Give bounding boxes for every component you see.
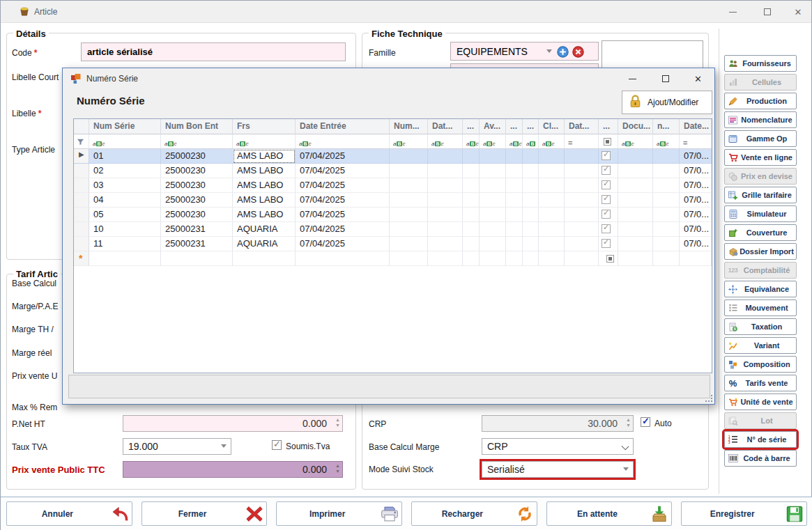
- sidebar-item-couverture[interactable]: Couverture: [724, 224, 797, 241]
- grid-row[interactable]: 0225000230AMS LABO07/04/2025✓07/0...: [74, 164, 712, 178]
- new-row-indicator[interactable]: *: [74, 251, 89, 266]
- grid-cell[interactable]: [523, 149, 539, 164]
- grid-cell[interactable]: 07/0...: [680, 164, 712, 178]
- grid-cell[interactable]: [653, 222, 680, 237]
- grid-cell[interactable]: [565, 149, 599, 164]
- grid-cell[interactable]: AMS LABO: [233, 193, 296, 208]
- grid-column-header[interactable]: ...: [463, 119, 480, 134]
- grid-cell[interactable]: [428, 149, 463, 164]
- code-field[interactable]: article sérialisé: [81, 42, 346, 61]
- grid-cell[interactable]: 25000230: [161, 178, 233, 193]
- ttc-field[interactable]: 0.000 ▲▼: [123, 461, 343, 478]
- grid-cell[interactable]: 02: [89, 164, 161, 178]
- grid-column-header[interactable]: Num...: [390, 119, 428, 134]
- grid-column-header[interactable]: n...: [653, 119, 680, 134]
- crp-field[interactable]: 30.000 ▲▼: [482, 415, 634, 432]
- sidebar-item-tarifs-vente[interactable]: %Tarifs vente: [724, 375, 797, 391]
- grid-cell[interactable]: [618, 222, 653, 237]
- grid-filter-cell[interactable]: aBc: [463, 134, 480, 149]
- grid-cell[interactable]: [296, 251, 390, 266]
- grid-cell[interactable]: AQUARIA: [233, 237, 296, 251]
- grid-cell[interactable]: [161, 251, 233, 266]
- grid-cell[interactable]: [506, 237, 523, 251]
- grid-row[interactable]: 0325000230AMS LABO07/04/2025✓07/0...: [74, 178, 712, 193]
- grid-cell[interactable]: ✓: [599, 208, 618, 222]
- grid-cell[interactable]: [463, 237, 480, 251]
- grid-filter-cell[interactable]: aBc: [480, 134, 506, 149]
- grid-cell[interactable]: [428, 193, 463, 208]
- close-button[interactable]: ✕: [784, 1, 812, 23]
- sidebar-item-simulateur[interactable]: Simulateur: [724, 205, 797, 222]
- grid-cell[interactable]: [618, 164, 653, 178]
- grid-column-header[interactable]: Num Bon Ent: [161, 119, 233, 134]
- grid-cell[interactable]: [653, 208, 680, 222]
- imprimer-button[interactable]: Imprimer: [276, 501, 402, 526]
- chevron-down-icon[interactable]: [546, 49, 552, 53]
- grid-cell[interactable]: [506, 208, 523, 222]
- grid-filter-cell[interactable]: aBc: [390, 134, 428, 149]
- grid-cell[interactable]: [539, 237, 565, 251]
- grid-cell[interactable]: [480, 251, 506, 266]
- grid-cell[interactable]: [599, 251, 618, 266]
- grid-column-header[interactable]: ...: [506, 119, 523, 134]
- sidebar-item-gamme-op[interactable]: Gamme Op: [724, 130, 797, 147]
- grid-cell[interactable]: [506, 164, 523, 178]
- grid-cell[interactable]: [539, 251, 565, 266]
- grid-cell[interactable]: [539, 193, 565, 208]
- grid-column-header[interactable]: Date...: [680, 119, 712, 134]
- grid-row[interactable]: 0425000230AMS LABO07/04/2025✓07/0...: [74, 193, 712, 208]
- grid-cell[interactable]: 07/04/2025: [296, 193, 390, 208]
- grid-cell[interactable]: 07/0...: [680, 208, 712, 222]
- grid-cell[interactable]: [463, 178, 480, 193]
- sidebar-item-no-de-serie[interactable]: 123N° de série: [724, 431, 797, 448]
- base-calcul-marge-dropdown[interactable]: CRP: [482, 438, 634, 455]
- grid-cell[interactable]: [390, 251, 428, 266]
- grid-cell[interactable]: [539, 208, 565, 222]
- grid-column-header[interactable]: ...: [599, 119, 618, 134]
- grid-column-header[interactable]: Av...: [480, 119, 506, 134]
- grid-cell[interactable]: [539, 178, 565, 193]
- grid-cell[interactable]: [618, 251, 653, 266]
- grid-filter-cell[interactable]: aBc: [428, 134, 463, 149]
- grid-cell[interactable]: 25000230: [161, 149, 233, 164]
- sidebar-item-grille-tarifaire[interactable]: Grille tarifaire: [724, 187, 797, 203]
- modal-maximize-button[interactable]: [650, 68, 681, 89]
- annuler-button[interactable]: Annuler: [6, 501, 132, 526]
- grid-cell[interactable]: ✓: [599, 222, 618, 237]
- grid-filter-cell[interactable]: aBc: [296, 134, 390, 149]
- grid-cell[interactable]: 07/04/2025: [296, 222, 390, 237]
- grid-filter-cell[interactable]: aBc: [233, 134, 296, 149]
- grid-cell[interactable]: [523, 178, 539, 193]
- grid-cell[interactable]: [523, 193, 539, 208]
- ajout-modifier-button[interactable]: Ajout/Modifier: [622, 91, 712, 114]
- grid-cell[interactable]: 07/04/2025: [296, 208, 390, 222]
- grid-row[interactable]: ▶0125000230AMS LABO07/04/2025✓07/0...: [74, 149, 712, 164]
- grid-cell[interactable]: 07/04/2025: [296, 164, 390, 178]
- grid-cell[interactable]: [89, 251, 161, 266]
- grid-cell[interactable]: [618, 193, 653, 208]
- grid-column-header[interactable]: ...: [523, 119, 539, 134]
- grid-cell[interactable]: [480, 222, 506, 237]
- grid-cell[interactable]: 10: [89, 222, 161, 237]
- grid-cell[interactable]: [618, 237, 653, 251]
- selected-row-indicator[interactable]: ▶: [74, 149, 89, 164]
- grid-cell[interactable]: ✓: [599, 149, 618, 164]
- grid-cell[interactable]: [523, 164, 539, 178]
- grid-cell[interactable]: [480, 237, 506, 251]
- sidebar-item-fournisseurs[interactable]: Fournisseurs: [724, 55, 797, 72]
- grid-cell[interactable]: ✓: [599, 237, 618, 251]
- grid-filter-cell[interactable]: =: [680, 134, 712, 149]
- grid-new-row[interactable]: *: [74, 251, 712, 266]
- chevron-down-icon[interactable]: [623, 467, 629, 471]
- grid-cell[interactable]: [428, 222, 463, 237]
- sidebar-item-nomenclature[interactable]: Nomenclature: [724, 111, 797, 128]
- remove-famille-icon[interactable]: [572, 46, 584, 60]
- chevron-down-icon[interactable]: [622, 443, 629, 451]
- grid-cell[interactable]: 03: [89, 178, 161, 193]
- grid-cell[interactable]: [463, 193, 480, 208]
- row-indicator[interactable]: [74, 193, 89, 208]
- grid-cell[interactable]: [506, 251, 523, 266]
- grid-cell[interactable]: 07/0...: [680, 149, 712, 164]
- sidebar-item-production[interactable]: Production: [724, 93, 797, 109]
- grid-cell[interactable]: 07/0...: [680, 178, 712, 193]
